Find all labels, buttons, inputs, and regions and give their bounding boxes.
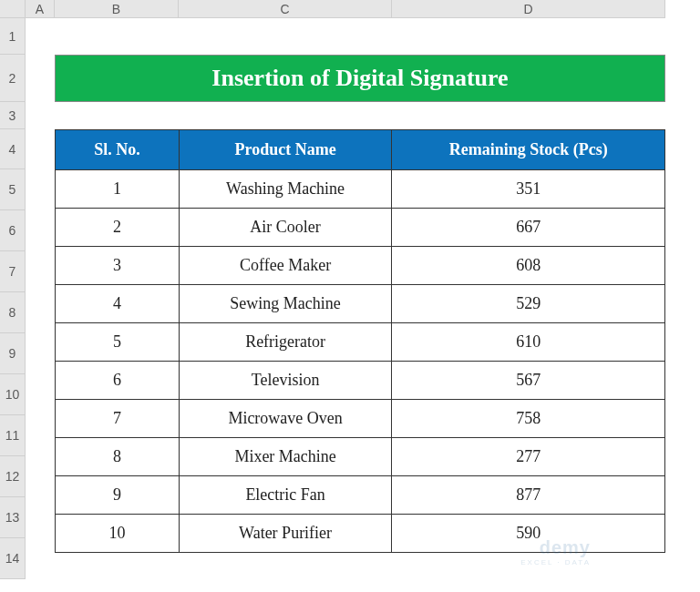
- cell-stock[interactable]: 529: [392, 285, 665, 323]
- cell-product[interactable]: Television: [179, 362, 392, 400]
- title-cell[interactable]: Insertion of Digital Signature: [55, 55, 665, 102]
- table-row: 2 Air Cooler 667: [56, 209, 665, 247]
- table-row: 4 Sewing Machine 529: [56, 285, 665, 323]
- cell-stock[interactable]: 667: [392, 209, 665, 247]
- row-header[interactable]: 8: [0, 292, 26, 333]
- cell-sl[interactable]: 6: [56, 362, 180, 400]
- cell-sl[interactable]: 2: [56, 209, 180, 247]
- cell-sl[interactable]: 1: [56, 170, 180, 209]
- cell-product[interactable]: Washing Machine: [179, 170, 392, 209]
- select-all-corner[interactable]: [0, 0, 26, 18]
- header-remaining-stock[interactable]: Remaining Stock (Pcs): [392, 130, 665, 170]
- table-row: 6 Television 567: [56, 362, 665, 400]
- cell-sl[interactable]: 10: [56, 515, 180, 553]
- row-header[interactable]: 4: [0, 129, 26, 169]
- cell-stock[interactable]: 610: [392, 323, 665, 362]
- col-header[interactable]: D: [392, 0, 665, 18]
- cell-product[interactable]: Microwave Oven: [179, 400, 392, 438]
- cell-product[interactable]: Sewing Machine: [179, 285, 392, 323]
- cell-product[interactable]: Mixer Machine: [179, 438, 392, 476]
- watermark-subtext: EXCEL · DATA: [520, 558, 591, 566]
- cell-stock[interactable]: 567: [392, 362, 665, 400]
- row-header[interactable]: 10: [0, 374, 26, 415]
- table-row: 1 Washing Machine 351: [56, 170, 665, 209]
- cell-stock[interactable]: 351: [392, 170, 665, 209]
- header-product-name[interactable]: Product Name: [179, 130, 392, 170]
- table-header-row: Sl. No. Product Name Remaining Stock (Pc…: [56, 130, 665, 170]
- table-row: 8 Mixer Machine 277: [56, 438, 665, 476]
- table-row: 3 Coffee Maker 608: [56, 247, 665, 285]
- cell-stock[interactable]: 277: [392, 438, 665, 476]
- cell-product[interactable]: Air Cooler: [179, 209, 392, 247]
- row-header[interactable]: 7: [0, 251, 26, 292]
- cell-sl[interactable]: 9: [56, 476, 180, 515]
- row-header[interactable]: 1: [0, 18, 26, 55]
- col-header[interactable]: C: [179, 0, 392, 18]
- col-header[interactable]: A: [26, 0, 55, 18]
- cell-stock[interactable]: 608: [392, 247, 665, 285]
- cell-sl[interactable]: 8: [56, 438, 180, 476]
- row-header[interactable]: 2: [0, 55, 26, 102]
- row-header[interactable]: 9: [0, 333, 26, 374]
- cell-product[interactable]: Refrigerator: [179, 323, 392, 362]
- table-row: 7 Microwave Oven 758: [56, 400, 665, 438]
- row-header[interactable]: 11: [0, 415, 26, 456]
- row-header[interactable]: 6: [0, 210, 26, 251]
- row-header[interactable]: 5: [0, 169, 26, 210]
- row-headers: 1 2 3 4 5 6 7 8 9 10 11 12 13 14: [0, 0, 26, 579]
- table-row: 5 Refrigerator 610: [56, 323, 665, 362]
- cell-sl[interactable]: 3: [56, 247, 180, 285]
- col-header[interactable]: B: [55, 0, 179, 18]
- col-headers: A B C D: [26, 0, 665, 18]
- table-row: 10 Water Purifier 590: [56, 515, 665, 553]
- cell-stock[interactable]: 877: [392, 476, 665, 515]
- cell-product[interactable]: Water Purifier: [179, 515, 392, 553]
- row-header[interactable]: 13: [0, 497, 26, 538]
- cell-sl[interactable]: 7: [56, 400, 180, 438]
- row-header[interactable]: 3: [0, 102, 26, 129]
- cell-sl[interactable]: 4: [56, 285, 180, 323]
- cell-product[interactable]: Coffee Maker: [179, 247, 392, 285]
- cell-stock[interactable]: 758: [392, 400, 665, 438]
- row-header[interactable]: 12: [0, 456, 26, 497]
- data-table: Sl. No. Product Name Remaining Stock (Pc…: [55, 129, 665, 553]
- cell-product[interactable]: Electric Fan: [179, 476, 392, 515]
- row-header[interactable]: 14: [0, 538, 26, 579]
- table-row: 9 Electric Fan 877: [56, 476, 665, 515]
- cell-sl[interactable]: 5: [56, 323, 180, 362]
- header-sl-no[interactable]: Sl. No.: [56, 130, 180, 170]
- cell-stock[interactable]: 590: [392, 515, 665, 553]
